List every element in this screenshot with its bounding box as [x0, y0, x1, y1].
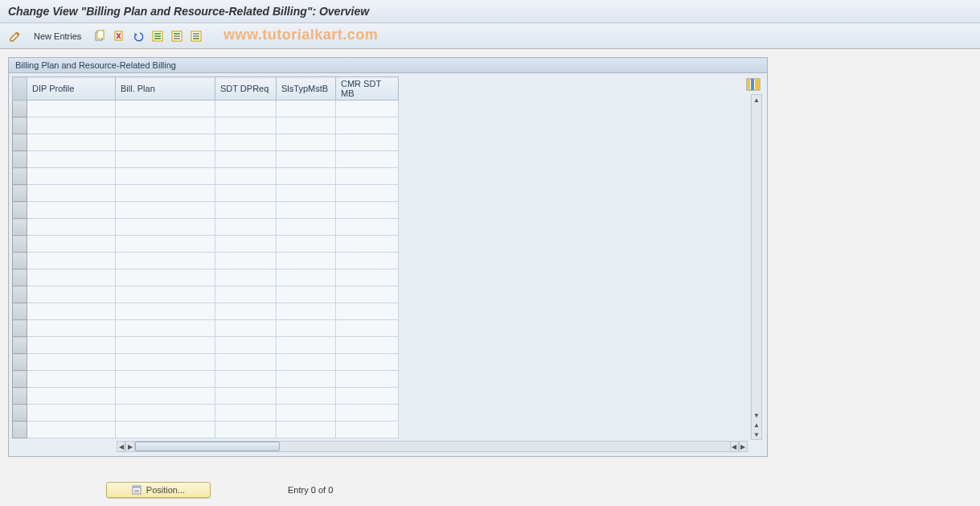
- row-selector[interactable]: [13, 371, 27, 388]
- table-cell[interactable]: [215, 388, 277, 405]
- table-cell[interactable]: [277, 236, 336, 253]
- table-cell[interactable]: [116, 253, 215, 269]
- table-cell[interactable]: [27, 422, 116, 438]
- table-cell[interactable]: [27, 269, 116, 286]
- vertical-scrollbar[interactable]: ▲ ▼ ▲ ▼: [751, 94, 762, 440]
- table-cell[interactable]: [27, 151, 116, 168]
- table-cell[interactable]: [27, 101, 116, 117]
- table-cell[interactable]: [336, 303, 399, 320]
- scroll-down-icon[interactable]: ▼: [752, 410, 761, 420]
- table-cell[interactable]: [215, 405, 277, 422]
- table-cell[interactable]: [215, 286, 277, 303]
- row-selector[interactable]: [13, 202, 27, 219]
- table-cell[interactable]: [116, 168, 215, 185]
- table-cell[interactable]: [336, 101, 399, 117]
- table-cell[interactable]: [27, 219, 116, 236]
- row-selector[interactable]: [13, 303, 27, 320]
- table-cell[interactable]: [116, 405, 215, 422]
- position-button[interactable]: Position...: [106, 482, 211, 498]
- row-selector-header[interactable]: [13, 77, 27, 101]
- row-selector[interactable]: [13, 236, 27, 253]
- scroll-up-icon-2[interactable]: ▲: [752, 420, 761, 430]
- row-selector[interactable]: [13, 168, 27, 185]
- table-cell[interactable]: [277, 117, 336, 134]
- table-cell[interactable]: [215, 236, 277, 253]
- table-cell[interactable]: [27, 337, 116, 354]
- deselect-all-icon[interactable]: [189, 29, 203, 43]
- table-cell[interactable]: [336, 269, 399, 286]
- row-selector[interactable]: [13, 253, 27, 269]
- table-cell[interactable]: [116, 371, 215, 388]
- column-header-bill[interactable]: Bill. Plan: [116, 77, 215, 101]
- table-cell[interactable]: [116, 337, 215, 354]
- column-header-cmr[interactable]: CMR SDT MB: [336, 77, 399, 101]
- table-cell[interactable]: [277, 354, 336, 371]
- table-cell[interactable]: [116, 219, 215, 236]
- table-cell[interactable]: [27, 134, 116, 151]
- table-cell[interactable]: [215, 202, 277, 219]
- table-cell[interactable]: [277, 320, 336, 337]
- scroll-left-icon[interactable]: ◀: [117, 441, 125, 452]
- row-selector[interactable]: [13, 286, 27, 303]
- table-cell[interactable]: [116, 388, 215, 405]
- table-cell[interactable]: [336, 134, 399, 151]
- table-cell[interactable]: [116, 269, 215, 286]
- table-cell[interactable]: [215, 151, 277, 168]
- table-cell[interactable]: [116, 185, 215, 202]
- table-cell[interactable]: [336, 219, 399, 236]
- table-cell[interactable]: [27, 185, 116, 202]
- scroll-right-icon[interactable]: ▶: [125, 441, 134, 452]
- hscroll-track[interactable]: [135, 441, 730, 452]
- delete-icon[interactable]: [112, 29, 126, 43]
- table-cell[interactable]: [277, 202, 336, 219]
- row-selector[interactable]: [13, 185, 27, 202]
- table-cell[interactable]: [277, 151, 336, 168]
- table-cell[interactable]: [215, 219, 277, 236]
- table-cell[interactable]: [336, 253, 399, 269]
- table-cell[interactable]: [27, 286, 116, 303]
- table-cell[interactable]: [277, 422, 336, 438]
- table-cell[interactable]: [27, 253, 116, 269]
- table-cell[interactable]: [277, 371, 336, 388]
- table-cell[interactable]: [116, 422, 215, 438]
- table-cell[interactable]: [277, 101, 336, 117]
- table-cell[interactable]: [277, 388, 336, 405]
- table-cell[interactable]: [336, 405, 399, 422]
- table-cell[interactable]: [336, 202, 399, 219]
- scroll-right-end-icon[interactable]: ▶: [739, 441, 748, 452]
- row-selector[interactable]: [13, 151, 27, 168]
- table-cell[interactable]: [277, 286, 336, 303]
- table-cell[interactable]: [27, 168, 116, 185]
- table-cell[interactable]: [277, 134, 336, 151]
- table-cell[interactable]: [116, 134, 215, 151]
- table-cell[interactable]: [27, 388, 116, 405]
- table-cell[interactable]: [215, 168, 277, 185]
- table-cell[interactable]: [116, 236, 215, 253]
- table-cell[interactable]: [336, 320, 399, 337]
- table-cell[interactable]: [336, 286, 399, 303]
- table-cell[interactable]: [336, 354, 399, 371]
- table-cell[interactable]: [336, 422, 399, 438]
- column-header-sls[interactable]: SlsTypMstB: [277, 77, 336, 101]
- row-selector[interactable]: [13, 337, 27, 354]
- row-selector[interactable]: [13, 101, 27, 117]
- row-selector[interactable]: [13, 388, 27, 405]
- table-cell[interactable]: [277, 219, 336, 236]
- table-cell[interactable]: [27, 371, 116, 388]
- table-cell[interactable]: [215, 269, 277, 286]
- table-cell[interactable]: [277, 337, 336, 354]
- table-cell[interactable]: [277, 253, 336, 269]
- table-cell[interactable]: [215, 101, 277, 117]
- table-cell[interactable]: [27, 320, 116, 337]
- table-cell[interactable]: [336, 337, 399, 354]
- table-cell[interactable]: [116, 354, 215, 371]
- table-cell[interactable]: [215, 337, 277, 354]
- row-selector[interactable]: [13, 320, 27, 337]
- table-cell[interactable]: [27, 303, 116, 320]
- table-cell[interactable]: [116, 303, 215, 320]
- hscroll-thumb[interactable]: [135, 442, 280, 451]
- column-header-sdt[interactable]: SDT DPReq: [215, 77, 277, 101]
- table-cell[interactable]: [215, 320, 277, 337]
- scroll-down-icon-2[interactable]: ▼: [752, 430, 761, 439]
- table-cell[interactable]: [116, 320, 215, 337]
